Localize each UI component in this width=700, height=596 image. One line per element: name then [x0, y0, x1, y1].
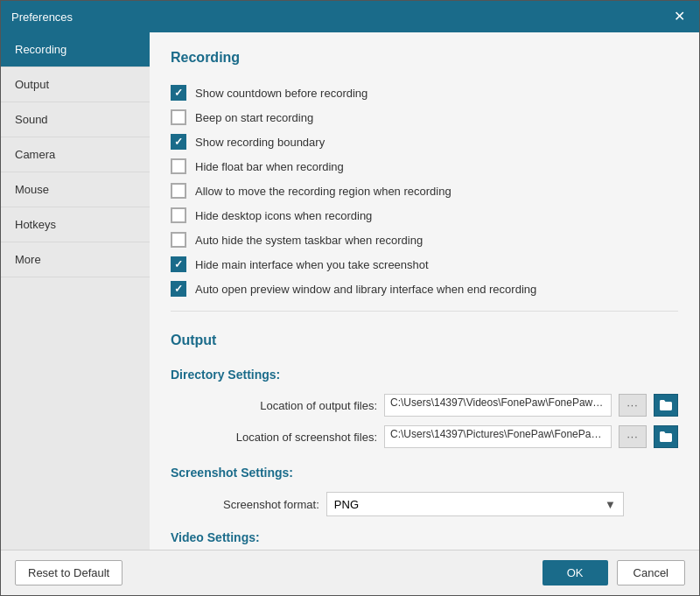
ok-button[interactable]: OK — [542, 560, 608, 585]
format-select[interactable]: PNG ▼ — [326, 492, 624, 516]
checkbox-row-hide-main: Hide main interface when you take screen… — [171, 256, 678, 272]
window-title: Preferences — [11, 11, 73, 24]
checkbox-hide-main[interactable] — [171, 256, 186, 272]
cancel-button[interactable]: Cancel — [617, 560, 685, 585]
checkbox-row-hide-float: Hide float bar when recording — [171, 158, 678, 174]
screenshot-section-title: Screenshot Settings: — [171, 466, 678, 480]
output-files-row: Location of output files: C:\Users\14397… — [171, 394, 678, 417]
divider-1 — [171, 311, 678, 312]
recording-section-title: Recording — [171, 50, 678, 71]
output-files-folder-button[interactable] — [654, 394, 678, 417]
checkbox-label-auto-hide-taskbar: Auto hide the system taskbar when record… — [195, 234, 423, 247]
screenshot-files-dots-button[interactable]: ··· — [619, 425, 647, 448]
checkbox-label-beep: Beep on start recording — [195, 111, 313, 124]
checkbox-row-auto-open: Auto open preview window and library int… — [171, 281, 678, 297]
directory-section-title: Directory Settings: — [171, 368, 678, 382]
screenshot-files-folder-button[interactable] — [654, 425, 678, 448]
checkbox-row-hide-desktop: Hide desktop icons when recording — [171, 207, 678, 223]
screenshot-section: Screenshot Settings: Screenshot format: … — [171, 466, 678, 516]
footer-right: OK Cancel — [542, 560, 685, 585]
output-files-dots-button[interactable]: ··· — [619, 394, 647, 417]
reset-button[interactable]: Reset to Default — [15, 560, 122, 585]
sidebar-item-more[interactable]: More — [1, 242, 150, 277]
checkbox-row-countdown: Show countdown before recording — [171, 85, 678, 101]
titlebar: Preferences ✕ — [1, 1, 699, 32]
checkbox-label-hide-float: Hide float bar when recording — [195, 160, 344, 173]
video-section-title: Video Settings: — [171, 530, 678, 548]
main-content: Recording Show countdown before recordin… — [150, 32, 699, 550]
preferences-window: Preferences ✕ Recording Output Sound Cam… — [0, 0, 700, 596]
checkbox-hide-desktop[interactable] — [171, 207, 186, 223]
checkbox-label-auto-open: Auto open preview window and library int… — [195, 283, 536, 296]
sidebar-item-camera[interactable]: Camera — [1, 137, 150, 172]
output-section: Output Directory Settings: Location of o… — [171, 333, 678, 548]
checkbox-beep[interactable] — [171, 109, 186, 125]
chevron-down-icon: ▼ — [605, 498, 616, 511]
folder-icon — [659, 399, 673, 411]
output-files-label: Location of output files: — [260, 399, 377, 412]
checkbox-label-hide-desktop: Hide desktop icons when recording — [195, 209, 372, 222]
sidebar-item-output[interactable]: Output — [1, 67, 150, 102]
checkbox-row-boundary: Show recording boundary — [171, 134, 678, 150]
sidebar: Recording Output Sound Camera Mouse Hotk… — [1, 32, 150, 550]
checkbox-label-hide-main: Hide main interface when you take screen… — [195, 258, 429, 271]
output-files-input[interactable]: C:\Users\14397\Videos\FonePaw\FonePaw Sc… — [384, 394, 612, 417]
sidebar-item-mouse[interactable]: Mouse — [1, 172, 150, 207]
checkbox-auto-open[interactable] — [171, 281, 186, 297]
checkbox-row-move-region: Allow to move the recording region when … — [171, 183, 678, 199]
checkbox-row-auto-hide-taskbar: Auto hide the system taskbar when record… — [171, 232, 678, 248]
content-area: Recording Output Sound Camera Mouse Hotk… — [1, 32, 699, 550]
checkbox-hide-float[interactable] — [171, 158, 186, 174]
format-label: Screenshot format: — [223, 498, 319, 511]
close-button[interactable]: ✕ — [670, 8, 689, 25]
checkbox-countdown[interactable] — [171, 85, 186, 101]
screenshot-files-input[interactable]: C:\Users\14397\Pictures\FonePaw\FonePaw … — [384, 425, 612, 448]
checkbox-label-move-region: Allow to move the recording region when … — [195, 185, 452, 198]
footer: Reset to Default OK Cancel — [1, 550, 699, 595]
checkbox-row-beep: Beep on start recording — [171, 109, 678, 125]
sidebar-item-sound[interactable]: Sound — [1, 102, 150, 137]
sidebar-item-recording[interactable]: Recording — [1, 32, 150, 67]
format-value: PNG — [334, 498, 359, 511]
sidebar-item-hotkeys[interactable]: Hotkeys — [1, 207, 150, 242]
checkbox-boundary[interactable] — [171, 134, 186, 150]
output-section-title: Output — [171, 333, 678, 354]
screenshot-files-label: Location of screenshot files: — [236, 431, 377, 444]
folder-icon-2 — [659, 431, 673, 443]
checkbox-auto-hide-taskbar[interactable] — [171, 232, 186, 248]
checkbox-move-region[interactable] — [171, 183, 186, 199]
format-row: Screenshot format: PNG ▼ — [171, 492, 678, 516]
checkbox-label-boundary: Show recording boundary — [195, 136, 325, 149]
screenshot-files-row: Location of screenshot files: C:\Users\1… — [171, 425, 678, 448]
checkbox-label-countdown: Show countdown before recording — [195, 87, 368, 100]
